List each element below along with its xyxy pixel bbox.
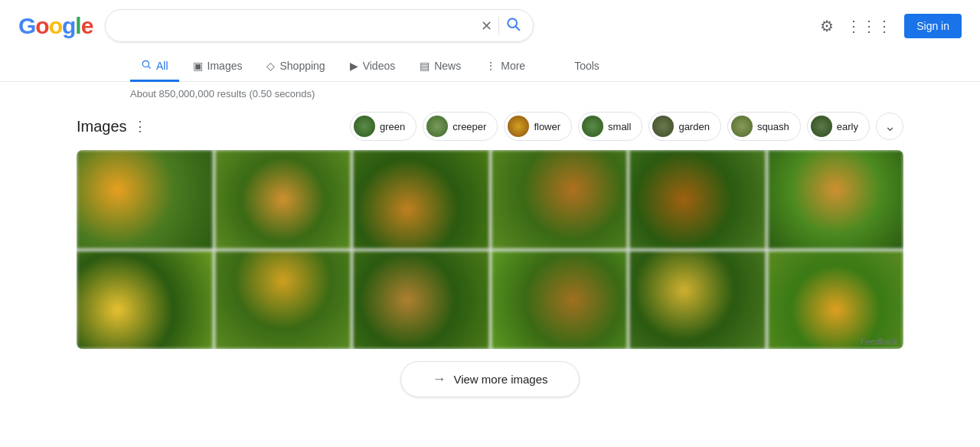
results-info: About 850,000,000 results (0.50 seconds) — [0, 82, 980, 106]
apps-grid-icon[interactable]: ⋮⋮⋮ — [846, 17, 892, 35]
chip-flower-label: flower — [534, 121, 560, 132]
chip-creeper-thumb — [426, 116, 448, 137]
settings-icon[interactable]: ⚙ — [820, 17, 834, 35]
tab-more[interactable]: ⋮ More — [475, 52, 536, 82]
logo-letter-o1: o — [35, 13, 48, 38]
sign-in-button[interactable]: Sign in — [904, 14, 962, 38]
more-tab-icon: ⋮ — [485, 60, 496, 72]
chip-green[interactable]: green — [350, 112, 416, 141]
results-count: About 850,000,000 results (0.50 seconds) — [130, 88, 315, 100]
logo-letter-l: l — [75, 13, 80, 38]
tab-shopping-label: Shopping — [279, 60, 325, 72]
chip-flower-thumb — [508, 116, 529, 137]
tab-videos-label: Videos — [363, 60, 396, 72]
divider — [498, 17, 499, 35]
images-tab-icon: ▣ — [193, 60, 203, 72]
clear-icon[interactable]: ✕ — [481, 18, 492, 34]
news-tab-icon: ▤ — [420, 60, 430, 72]
tab-images[interactable]: ▣ Images — [182, 52, 253, 82]
shopping-tab-icon: ◇ — [266, 60, 275, 72]
logo-letter-e: e — [81, 13, 93, 38]
chip-green-label: green — [380, 121, 405, 132]
chip-small-label: small — [608, 121, 631, 132]
images-header: Images ⋮ green creeper flower small gard… — [77, 112, 903, 141]
chip-creeper[interactable]: creeper — [423, 112, 498, 141]
feedback-label[interactable]: Feedback — [861, 337, 897, 346]
view-more-container: → View more images — [0, 349, 980, 409]
tab-tools[interactable]: Tools — [564, 52, 610, 82]
search-input[interactable]: pumpkin plant — [118, 19, 475, 33]
logo-letter-g2: g — [62, 13, 75, 38]
image-grid — [77, 150, 903, 349]
svg-line-3 — [148, 66, 150, 68]
images-section: Images ⋮ green creeper flower small gard… — [0, 106, 980, 349]
nav-tabs: All ▣ Images ◇ Shopping ▶ Videos ▤ News … — [0, 51, 980, 82]
tab-all-label: All — [156, 60, 168, 72]
chip-early-label: early — [837, 121, 858, 132]
tab-news-label: News — [434, 60, 461, 72]
all-tab-icon — [141, 59, 152, 72]
tab-news[interactable]: ▤ News — [409, 52, 472, 82]
images-menu-icon[interactable]: ⋮ — [133, 118, 147, 135]
view-more-label: View more images — [453, 373, 547, 386]
chip-green-thumb — [354, 116, 375, 137]
image-cell-6[interactable] — [768, 150, 904, 249]
chip-early-thumb — [811, 116, 832, 137]
expand-chips-button[interactable]: ⌄ — [876, 113, 903, 140]
arrow-right-icon: → — [432, 371, 446, 387]
image-cell-5[interactable] — [629, 150, 766, 249]
chip-creeper-label: creeper — [452, 121, 486, 132]
chip-squash-thumb — [731, 116, 753, 137]
chip-early[interactable]: early — [807, 112, 870, 141]
image-cell-7[interactable] — [77, 251, 213, 350]
tab-images-label: Images — [207, 60, 243, 72]
image-grid-container: Feedback — [77, 150, 903, 349]
google-logo[interactable]: Google — [18, 13, 93, 39]
image-cell-8[interactable] — [215, 251, 351, 350]
search-icon[interactable] — [505, 16, 521, 35]
image-cell-2[interactable] — [215, 150, 351, 249]
tab-all[interactable]: All — [130, 51, 179, 82]
image-cell-4[interactable] — [492, 150, 628, 249]
chip-flower[interactable]: flower — [504, 112, 572, 141]
logo-letter-o2: o — [49, 13, 62, 38]
chip-garden[interactable]: garden — [648, 112, 720, 141]
image-cell-10[interactable] — [492, 251, 628, 350]
header: Google pumpkin plant ✕ ⚙ ⋮⋮⋮ Sign in — [0, 0, 980, 51]
chip-small-thumb — [582, 116, 603, 137]
chips-container: green creeper flower small garden squash — [350, 112, 903, 141]
chip-squash-label: squash — [757, 121, 789, 132]
chip-garden-thumb — [652, 116, 674, 137]
tab-videos[interactable]: ▶ Videos — [339, 52, 407, 82]
images-title: Images — [77, 118, 127, 135]
chevron-down-icon: ⌄ — [884, 118, 896, 135]
chip-small[interactable]: small — [578, 112, 642, 141]
svg-line-1 — [516, 27, 520, 31]
videos-tab-icon: ▶ — [350, 60, 358, 72]
image-cell-9[interactable] — [353, 251, 489, 350]
image-cell-3[interactable] — [353, 150, 489, 249]
tab-shopping[interactable]: ◇ Shopping — [256, 52, 335, 82]
header-right: ⚙ ⋮⋮⋮ Sign in — [820, 14, 962, 38]
image-cell-11[interactable] — [629, 251, 766, 350]
image-cell-12[interactable] — [768, 251, 904, 350]
logo-letter-g: G — [18, 13, 35, 38]
view-more-button[interactable]: → View more images — [400, 361, 579, 397]
search-bar[interactable]: pumpkin plant ✕ — [105, 9, 534, 42]
image-cell-1[interactable] — [77, 150, 213, 249]
chip-squash[interactable]: squash — [727, 112, 801, 141]
tab-tools-label: Tools — [574, 60, 599, 72]
chip-garden-label: garden — [678, 121, 709, 132]
tab-more-label: More — [501, 60, 525, 72]
